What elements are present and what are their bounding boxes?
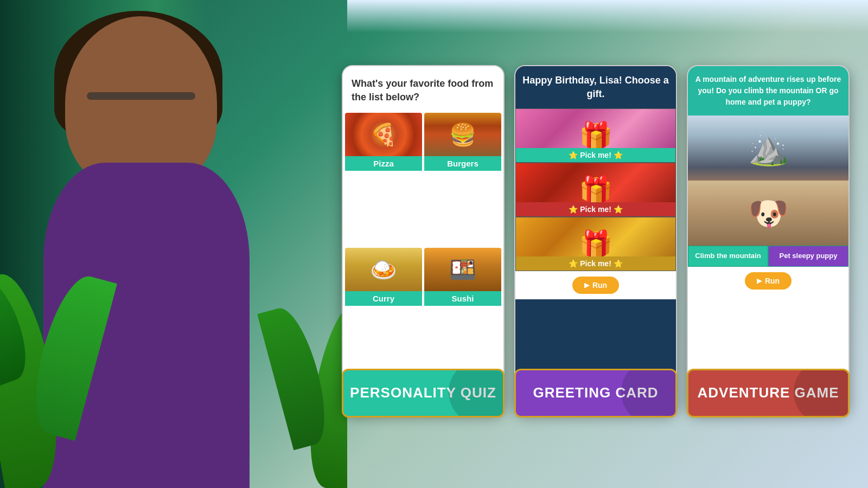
pet-puppy-button[interactable]: Pet sleepy puppy [768,246,848,267]
quiz-item-curry[interactable]: Curry [345,248,422,381]
plant-left [0,163,103,488]
greeting-circle-decoration [621,369,677,418]
burger-label: Burgers [424,156,501,171]
adventure-circle-decoration [794,369,850,418]
curry-label: Curry [345,291,422,306]
person-area [0,0,347,488]
greeting-header: Happy Birthday, Lisa! Choose a gift. [515,66,676,108]
adventure-card: A mountain of adventure rises up before … [687,65,850,412]
pick-btn-3[interactable]: ⭐ Pick me! ⭐ [516,256,675,271]
greeting-run-button[interactable]: Run [572,277,619,294]
adventure-run-area: Run [688,267,848,295]
sushi-image [424,248,501,291]
curry-image [345,248,422,291]
adventure-choices: Climb the mountain Pet sleepy puppy [688,246,848,267]
person-glasses [87,92,195,100]
sushi-label: Sushi [424,291,501,306]
quiz-item-pizza[interactable]: Pizza [345,113,422,246]
quiz-circle-decoration [449,369,505,418]
bottom-labels-container: PERSONALITY QUIZ GREETING CARD ADVENTURE… [342,369,863,418]
pizza-label: Pizza [345,156,422,171]
gift-item-1[interactable]: 🎁 ⭐ Pick me! ⭐ [515,108,676,163]
adventure-run-button[interactable]: Run [745,272,792,290]
pick-btn-1[interactable]: ⭐ Pick me! ⭐ [516,148,675,162]
quiz-item-sushi[interactable]: Sushi [424,248,501,381]
quiz-item-burgers[interactable]: Burgers [424,113,501,246]
puppy-image [688,181,848,246]
gift-item-2[interactable]: 🎁 ⭐ Pick me! ⭐ [515,163,676,217]
cards-container: What's your favorite food from the list … [342,65,863,412]
adventure-text: A mountain of adventure rises up before … [688,66,848,115]
greeting-card-label[interactable]: GREETING CARD [514,369,677,418]
ceiling-light [347,0,868,33]
pick-btn-2[interactable]: ⭐ Pick me! ⭐ [516,202,675,216]
mountain-image [688,115,848,181]
plant-right [260,217,347,488]
gift-item-3[interactable]: 🎁 ⭐ Pick me! ⭐ [515,217,676,271]
adventure-game-label[interactable]: ADVENTURE GAME [687,369,850,418]
pizza-image [345,113,422,156]
greeting-run-area: Run [515,271,676,299]
quiz-card: What's your favorite food from the list … [342,65,505,412]
climb-mountain-button[interactable]: Climb the mountain [688,246,768,267]
quiz-grid: Pizza Burgers Curry Sushi [343,111,503,383]
quiz-question: What's your favorite food from the list … [343,66,503,111]
burger-image [424,113,501,156]
greeting-card: Happy Birthday, Lisa! Choose a gift. 🎁 ⭐… [514,65,677,412]
personality-quiz-label[interactable]: PERSONALITY QUIZ [342,369,505,418]
